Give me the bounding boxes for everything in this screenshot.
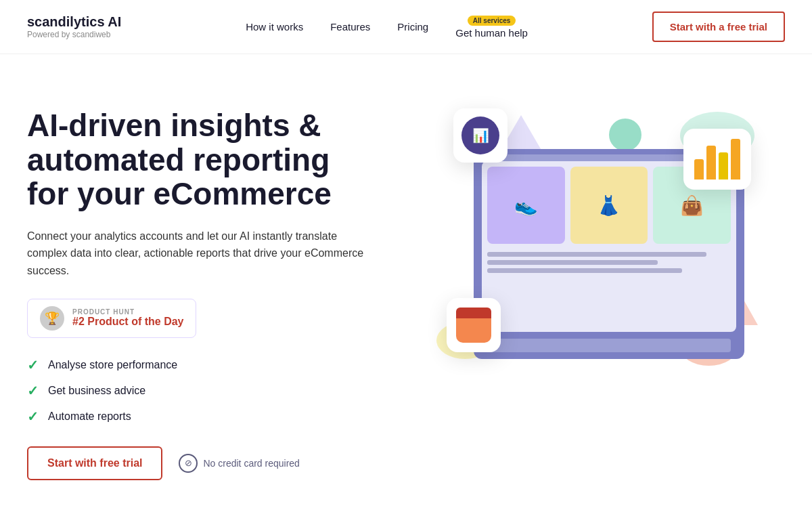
no-cc-icon: ⊘	[179, 454, 198, 473]
ph-text: PRODUCT HUNT #2 Product of the Day	[72, 308, 183, 328]
hero-left: AI-driven insights & automated reporting…	[27, 95, 379, 508]
no-cc-text: No credit card required	[203, 458, 299, 469]
hero-headline: AI-driven insights & automated reporting…	[27, 108, 379, 211]
check-icon-2: ✓	[27, 383, 39, 399]
checklist-item-1: ✓ Analyse store performance	[27, 357, 379, 373]
feature-checklist: ✓ Analyse store performance ✓ Get busine…	[27, 357, 379, 425]
main-nav: How it works Features Pricing All servic…	[246, 16, 528, 39]
checklist-label-2: Get business advice	[48, 385, 145, 397]
checklist-label-1: Analyse store performance	[48, 359, 177, 371]
cal-body	[470, 318, 478, 343]
shoe-icon: 👟	[514, 194, 538, 217]
dress-icon: 👗	[597, 194, 621, 217]
analytics-icon: 📊	[461, 117, 499, 154]
screen-line-1	[487, 252, 706, 257]
calendar-inner	[456, 308, 491, 343]
nav-how-it-works[interactable]: How it works	[246, 21, 303, 33]
bar-chart-inner	[687, 132, 747, 186]
illustration-container: 👟 👗 👜	[433, 108, 758, 366]
hero-illustration: 👟 👗 👜	[406, 95, 785, 508]
checklist-item-3: ✓ Automate reports	[27, 408, 379, 425]
ph-icon: 🏆	[40, 306, 64, 331]
no-credit-card: ⊘ No credit card required	[179, 454, 299, 473]
bar-1	[694, 159, 704, 179]
headline-line1: AI-driven insights &	[27, 108, 321, 143]
hero-subheadline: Connect your analytics accounts and let …	[27, 228, 379, 280]
screen-data-area	[487, 249, 731, 326]
checklist-label-3: Automate reports	[48, 410, 131, 423]
headline-line2: automated reporting	[27, 142, 330, 177]
header-cta-button[interactable]: Start with a free trial	[652, 12, 785, 42]
bar-2	[706, 146, 716, 179]
bag-icon: 👜	[680, 194, 704, 217]
nav-pricing[interactable]: Pricing	[397, 21, 428, 33]
logo: scandilytics AI Powered by scandiweb	[27, 14, 121, 39]
check-icon-1: ✓	[27, 357, 39, 373]
all-services-badge: All services	[468, 16, 516, 26]
bar-3	[719, 152, 728, 179]
chart-icon: 📊	[472, 127, 489, 144]
screen-bottom-bar	[487, 339, 731, 352]
ph-title: #2 Product of the Day	[72, 316, 183, 328]
headline-line3: for your eCommerce	[27, 176, 332, 211]
bg-circle-teal	[609, 119, 641, 151]
cal-top	[456, 308, 491, 318]
nav-features[interactable]: Features	[330, 21, 370, 33]
main-content: AI-driven insights & automated reporting…	[0, 54, 812, 508]
nav-human-help-label: Get human help	[455, 27, 528, 39]
nav-human-help[interactable]: All services Get human help	[455, 16, 528, 39]
checklist-item-2: ✓ Get business advice	[27, 383, 379, 399]
ph-label: PRODUCT HUNT	[72, 308, 183, 316]
logo-subtitle: Powered by scandiweb	[27, 30, 121, 39]
product-card-dress: 👗	[570, 167, 648, 244]
header: scandilytics AI Powered by scandiweb How…	[0, 0, 812, 54]
bar-4	[731, 139, 740, 179]
screen-line-2	[487, 260, 658, 265]
calendar-float-card	[447, 298, 501, 352]
product-hunt-badge: 🏆 PRODUCT HUNT #2 Product of the Day	[27, 299, 196, 338]
screen-line-3	[487, 268, 682, 273]
hero-cta-button[interactable]: Start with free trial	[27, 446, 162, 480]
logo-title: scandilytics AI	[27, 14, 121, 30]
product-card-shoe: 👟	[487, 167, 565, 244]
cta-row: Start with free trial ⊘ No credit card r…	[27, 446, 379, 480]
analytics-float-card: 📊	[453, 108, 508, 163]
bar-chart-float-card	[683, 129, 751, 190]
check-icon-3: ✓	[27, 408, 39, 425]
